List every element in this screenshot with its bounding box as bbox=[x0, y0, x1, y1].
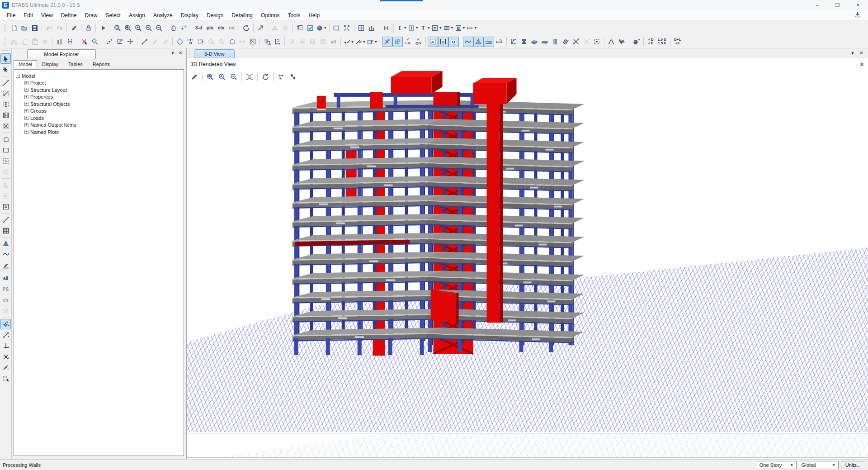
tree-item-groups[interactable]: +Groups bbox=[20, 108, 182, 115]
draw-poly-area-button[interactable] bbox=[0, 134, 11, 144]
quick-draw-area-button[interactable] bbox=[0, 156, 11, 166]
menu-tools[interactable]: Tools bbox=[283, 10, 304, 20]
quick-draw-braces-button[interactable] bbox=[0, 110, 11, 120]
move-button[interactable] bbox=[125, 37, 135, 47]
draw-reference-line-button[interactable] bbox=[0, 260, 11, 271]
expand-icon[interactable]: + bbox=[24, 130, 28, 134]
extrude-button[interactable] bbox=[0, 238, 11, 249]
assign-shell-button[interactable]: T▼ bbox=[431, 23, 443, 33]
explorer-tab-model[interactable]: Model bbox=[14, 60, 37, 68]
expand-icon[interactable]: + bbox=[24, 88, 28, 92]
define-wall-sections-button[interactable] bbox=[550, 37, 561, 47]
view-3d-button[interactable]: 3-d bbox=[193, 23, 204, 33]
tree-item-structure-layout[interactable]: +Structure Layout bbox=[20, 86, 182, 94]
load-combo-factors-button[interactable]: 1.0 D1.5 E bbox=[656, 37, 668, 47]
response-spectrum-button[interactable] bbox=[606, 37, 617, 47]
draw-pen-button[interactable] bbox=[69, 23, 79, 33]
define-frame-sections-button[interactable] bbox=[519, 37, 529, 47]
menu-select[interactable]: Select bbox=[102, 10, 125, 20]
tree-item-named-output-items[interactable]: +Named Output Items bbox=[20, 122, 182, 129]
mesh-areas-button[interactable] bbox=[185, 37, 195, 47]
explorer-tab-reports[interactable]: Reports bbox=[88, 60, 115, 68]
tree-item-model[interactable]: −Model bbox=[16, 72, 182, 80]
define-deck-sections-button[interactable] bbox=[540, 37, 550, 47]
extrude-shells-button[interactable] bbox=[160, 37, 170, 47]
draw-wall-button[interactable] bbox=[0, 180, 11, 190]
coordinate-system-selector[interactable]: Global▼ bbox=[799, 461, 839, 469]
rv-walk-button[interactable] bbox=[287, 71, 299, 83]
pan-button[interactable] bbox=[168, 23, 179, 33]
draw-joint-button[interactable] bbox=[0, 77, 11, 88]
deselect-lines-button[interactable] bbox=[0, 306, 11, 316]
expand-icon[interactable]: + bbox=[24, 102, 28, 106]
tab-close-icon[interactable]: ✕ bbox=[859, 50, 863, 56]
assign-line-button[interactable]: ▼ bbox=[466, 23, 477, 33]
menu-detailing[interactable]: Detailing bbox=[227, 10, 257, 20]
define-springs-button[interactable] bbox=[592, 37, 602, 47]
menu-edit[interactable]: Edit bbox=[19, 10, 37, 20]
zoom-out-button[interactable] bbox=[154, 23, 164, 33]
show-openings-toggle[interactable]: O bbox=[448, 37, 459, 47]
rubber-band-zoom-button[interactable] bbox=[112, 23, 123, 33]
assign-frame-releases-button[interactable]: ▼ bbox=[407, 23, 419, 33]
snap-lines-toggle[interactable] bbox=[382, 37, 392, 47]
snap-to-lines-button[interactable] bbox=[0, 362, 11, 373]
quick-draw-frame-button[interactable] bbox=[0, 99, 11, 109]
menu-assign[interactable]: Assign bbox=[125, 10, 149, 20]
update-download-icon[interactable] bbox=[854, 11, 862, 20]
perspective-toggle-button[interactable] bbox=[255, 23, 266, 33]
show-piers-toggle[interactable] bbox=[473, 37, 484, 47]
expand-icon[interactable]: + bbox=[24, 81, 28, 85]
move-up-story-button[interactable] bbox=[270, 23, 280, 33]
explorer-close-icon[interactable]: ✕ bbox=[179, 50, 183, 56]
expand-icon[interactable]: + bbox=[24, 123, 28, 127]
menu-help[interactable]: Help bbox=[304, 10, 324, 20]
select-check-4-button[interactable] bbox=[318, 37, 328, 47]
draw-circle-area-button[interactable] bbox=[0, 166, 11, 177]
edit-grid-button[interactable] bbox=[65, 37, 75, 47]
joint-assign-button[interactable] bbox=[381, 23, 392, 33]
tree-item-properties[interactable]: +Properties bbox=[20, 94, 182, 101]
rv-rotate-button[interactable] bbox=[259, 71, 271, 83]
tabbar-grip[interactable] bbox=[189, 51, 191, 57]
elevation-views-button[interactable] bbox=[367, 23, 377, 33]
select-all-objects-button[interactable]: all bbox=[0, 273, 11, 284]
select-all-button[interactable]: all bbox=[328, 37, 339, 47]
draw-frame-button[interactable] bbox=[0, 88, 11, 99]
restore-full-view-button[interactable] bbox=[123, 23, 133, 33]
rv-zoom-in-button[interactable] bbox=[216, 71, 228, 83]
poly-area-button[interactable] bbox=[226, 37, 237, 47]
tree-item-project[interactable]: +Project bbox=[20, 80, 182, 87]
explorer-dropdown-icon[interactable]: ▾ bbox=[171, 50, 174, 56]
move-joints-button[interactable] bbox=[79, 37, 90, 47]
assign-link-button[interactable]: E▼ bbox=[454, 23, 466, 33]
close-button[interactable]: ✕ bbox=[848, 0, 868, 10]
merge-models-button[interactable] bbox=[54, 37, 65, 47]
define-slab-sections-button[interactable] bbox=[529, 37, 540, 47]
remove-area-button[interactable] bbox=[216, 37, 226, 47]
select-points-button[interactable]: ▼ bbox=[343, 37, 354, 47]
assign-frame-sections-button[interactable]: I▼ bbox=[396, 23, 407, 33]
load-combo-dle-button[interactable]: D+L+E bbox=[672, 37, 683, 47]
toolbar-grip[interactable] bbox=[5, 38, 6, 46]
tree-item-structural-objects[interactable]: +Structural Objects bbox=[20, 100, 182, 108]
rendered-view-close-icon[interactable]: ✕ bbox=[859, 61, 864, 68]
show-frames-toggle[interactable]: B bbox=[438, 37, 448, 47]
undo-button[interactable] bbox=[44, 23, 54, 33]
menu-define[interactable]: Define bbox=[57, 10, 81, 20]
expand-areas-button[interactable] bbox=[195, 37, 206, 47]
tab-list-dropdown-icon[interactable]: ▾ bbox=[851, 50, 854, 56]
model-explorer-title[interactable]: Model Explorer bbox=[27, 49, 96, 59]
cut-button[interactable] bbox=[9, 37, 19, 47]
menu-display[interactable]: Display bbox=[177, 10, 203, 20]
snap-lg-toggle[interactable]: ✓LG bbox=[403, 37, 413, 47]
explorer-tab-display[interactable]: Display bbox=[37, 60, 63, 68]
tab-3d-view[interactable]: 3-D View bbox=[194, 49, 235, 58]
copy-button[interactable] bbox=[19, 37, 29, 47]
draw-rect-area-button[interactable] bbox=[0, 145, 11, 155]
expand-icon[interactable]: + bbox=[24, 109, 28, 113]
extrude-frames-button[interactable] bbox=[150, 37, 160, 47]
tree-item-loads[interactable]: +Loads bbox=[20, 114, 182, 122]
story-range-button[interactable] bbox=[280, 23, 291, 33]
show-guides-toggle[interactable] bbox=[494, 37, 505, 47]
